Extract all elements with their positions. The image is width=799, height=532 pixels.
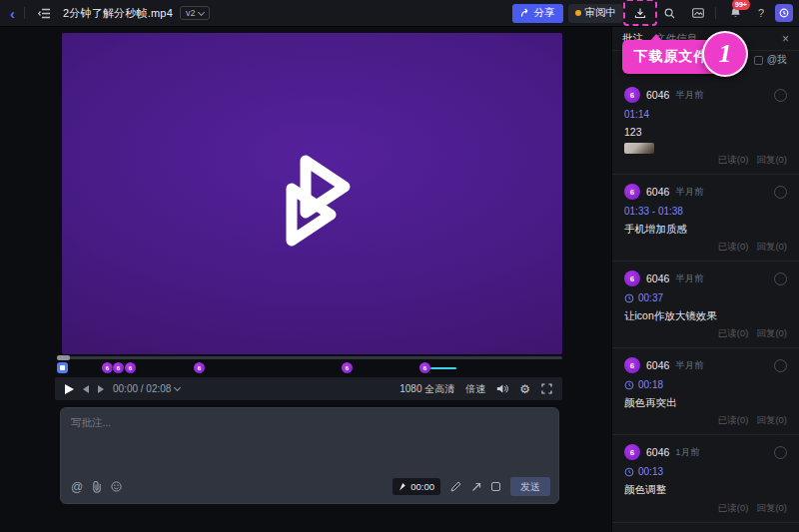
comment-list: 6 6046 半月前 01:14 123 已读(0) 回复(0) 6 6046 … — [612, 78, 799, 532]
send-button[interactable]: 发送 — [510, 477, 550, 496]
comment-marker[interactable]: 6 — [342, 362, 353, 373]
comment-timestamp[interactable]: 00:13 — [624, 466, 787, 477]
comment-item[interactable]: 6 6046 1月前 00:13 颜色调整 已读(0) 回复(0) — [612, 435, 799, 523]
reply-count[interactable]: 回复(0) — [756, 154, 787, 167]
comment-item[interactable]: 6 6046 半月前 00:18 颜色再突出 已读(0) 回复(0) — [612, 348, 799, 435]
read-count[interactable]: 已读(0) — [718, 241, 749, 254]
comment-marker[interactable]: 6 — [102, 362, 113, 373]
comment-text: 颜色再突出 — [624, 396, 787, 410]
timestamp-chip-label: 00:00 — [410, 481, 434, 492]
search-button[interactable] — [657, 3, 681, 23]
status-dot-icon — [575, 10, 581, 16]
avatar: 6 — [624, 184, 640, 200]
paperclip-icon[interactable] — [92, 481, 102, 493]
topbar-right: 分享 审阅中 99+ ? — [512, 3, 794, 23]
tutorial-step-number: 1 — [702, 31, 748, 77]
pin-icon — [399, 482, 406, 491]
playhead-user-marker[interactable] — [57, 362, 68, 373]
share-icon — [520, 8, 530, 18]
comment-timestamp-label: 00:13 — [638, 466, 663, 477]
comment-author: 6046 — [646, 272, 669, 284]
seek-bar[interactable] — [57, 356, 562, 359]
annotation-sidebar: 批注 文件信息 × @我 下载原文件 1 6 6046 半月前 01:14 12… — [611, 27, 799, 532]
help-icon[interactable]: ? — [752, 7, 770, 19]
mention-icon[interactable]: @ — [71, 480, 83, 494]
frames-button[interactable] — [686, 3, 710, 23]
comment-text: 手机增加质感 — [624, 223, 787, 237]
notifications-button[interactable]: 99+ — [723, 3, 747, 23]
comment-timestamp-label: 01:14 — [624, 109, 649, 120]
speed-selector[interactable]: 倍速 — [465, 382, 485, 396]
seek-handle[interactable] — [57, 355, 70, 360]
search-icon — [664, 8, 675, 19]
resolve-checkbox[interactable] — [774, 89, 787, 102]
share-button[interactable]: 分享 — [512, 4, 563, 23]
review-status-label: 审阅中 — [585, 6, 617, 20]
comment-author: 6046 — [646, 359, 669, 371]
read-count[interactable]: 已读(0) — [718, 414, 749, 427]
reply-count[interactable]: 回复(0) — [756, 327, 787, 340]
volume-icon[interactable] — [496, 383, 508, 394]
divider — [24, 7, 25, 19]
clock-icon — [624, 380, 634, 390]
annotation-input[interactable] — [61, 408, 558, 470]
comment-marker[interactable]: 6 — [125, 362, 136, 373]
prev-frame-icon[interactable] — [83, 385, 89, 393]
reply-count[interactable]: 回复(0) — [756, 241, 787, 254]
resolve-checkbox[interactable] — [774, 359, 787, 372]
fullscreen-icon[interactable] — [541, 383, 552, 394]
resolve-checkbox[interactable] — [774, 446, 787, 459]
brand-logo — [269, 152, 357, 248]
user-avatar[interactable] — [775, 4, 793, 22]
resolve-checkbox[interactable] — [774, 186, 787, 199]
back-icon[interactable]: ‹ — [8, 6, 17, 21]
video-canvas[interactable] — [62, 33, 562, 354]
timestamp-chip[interactable]: 00:00 — [393, 478, 440, 495]
comment-marker[interactable]: 6 — [194, 362, 205, 373]
comment-timestamp[interactable]: 00:18 — [624, 379, 787, 390]
next-frame-icon[interactable] — [98, 385, 104, 393]
comment-marker[interactable]: 6 — [113, 362, 124, 373]
comment-time-ago: 半月前 — [675, 272, 704, 285]
resolve-checkbox[interactable] — [774, 272, 787, 285]
collapse-panel-icon[interactable] — [32, 3, 56, 23]
download-icon — [634, 8, 646, 19]
comment-timestamp[interactable]: 01:14 — [624, 109, 787, 120]
version-label: v2 — [186, 8, 196, 18]
quality-selector[interactable]: 1080 全高清 — [400, 382, 454, 396]
mention-filter[interactable]: @我 — [754, 53, 787, 67]
comment-marker[interactable]: 6 — [419, 362, 430, 373]
reply-count[interactable]: 回复(0) — [756, 502, 787, 515]
rect-icon[interactable] — [491, 482, 500, 491]
comment-text: 123 — [624, 126, 787, 138]
avatar: 6 — [624, 357, 640, 373]
comment-marker-row: 6 6 6 6 6 6 — [55, 362, 562, 374]
play-icon[interactable] — [65, 384, 74, 394]
comment-attachment-thumbnail[interactable] — [624, 143, 654, 154]
download-button[interactable] — [628, 3, 652, 23]
notification-badge: 99+ — [732, 0, 750, 10]
mention-filter-label: @我 — [767, 53, 787, 67]
comment-time-ago: 半月前 — [675, 186, 704, 199]
comment-item[interactable]: 6 6046 半月前 01:33 - 01:38 手机增加质感 已读(0) 回复… — [612, 175, 799, 262]
read-count[interactable]: 已读(0) — [718, 502, 749, 515]
comment-timestamp[interactable]: 00:37 — [624, 292, 787, 303]
pen-icon[interactable] — [450, 481, 461, 492]
arrow-icon[interactable] — [471, 482, 481, 492]
settings-gear-icon[interactable]: ⚙ — [519, 383, 530, 395]
reply-count[interactable]: 回复(0) — [756, 414, 787, 427]
comment-item[interactable]: 6 6046 半月前 01:14 123 已读(0) 回复(0) — [612, 78, 799, 175]
review-status-button[interactable]: 审阅中 — [568, 4, 624, 23]
version-selector[interactable]: v2 — [180, 6, 210, 20]
time-display[interactable]: 00:00 / 02:08 — [113, 383, 180, 394]
share-label: 分享 — [534, 6, 555, 20]
comment-timestamp[interactable]: 01:33 - 01:38 — [624, 206, 787, 217]
smiley-icon[interactable] — [111, 481, 122, 492]
comment-item[interactable]: 6 6046 半月前 00:37 让icon作放大镜效果 已读(0) 回复(0) — [612, 262, 799, 348]
read-count[interactable]: 已读(0) — [718, 327, 749, 340]
comment-time-ago: 半月前 — [675, 89, 704, 102]
close-icon[interactable]: × — [782, 32, 789, 46]
comment-timestamp-label: 00:37 — [638, 292, 663, 303]
comment-timestamp-label: 01:33 - 01:38 — [624, 206, 683, 217]
read-count[interactable]: 已读(0) — [718, 154, 749, 167]
